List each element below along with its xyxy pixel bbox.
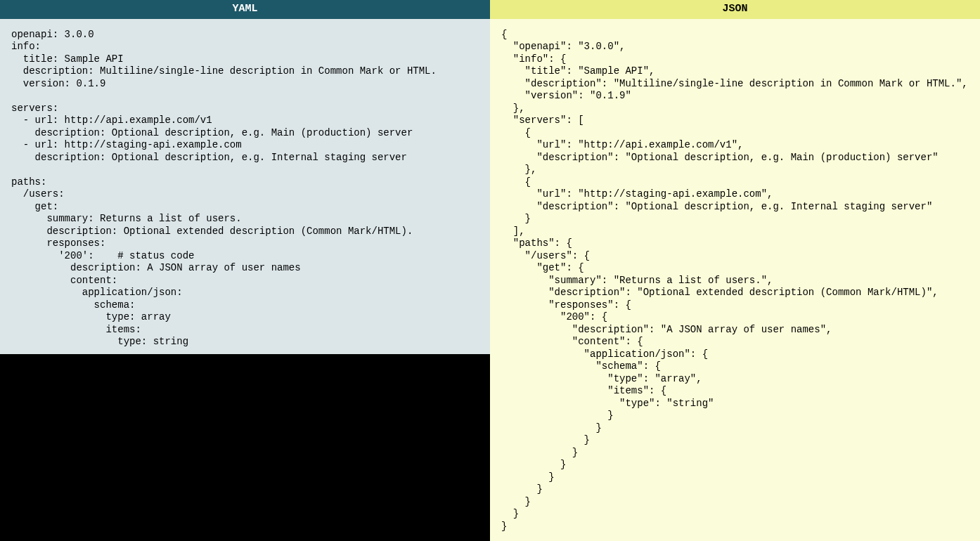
json-header: JSON	[490, 0, 980, 19]
yaml-header: YAML	[0, 0, 490, 19]
json-content: { "openapi": "3.0.0", "info": { "title":…	[490, 19, 980, 541]
yaml-panel: YAML openapi: 3.0.0 info: title: Sample …	[0, 0, 490, 541]
yaml-content: openapi: 3.0.0 info: title: Sample API d…	[0, 19, 490, 354]
json-panel: JSON { "openapi": "3.0.0", "info": { "ti…	[490, 0, 980, 541]
